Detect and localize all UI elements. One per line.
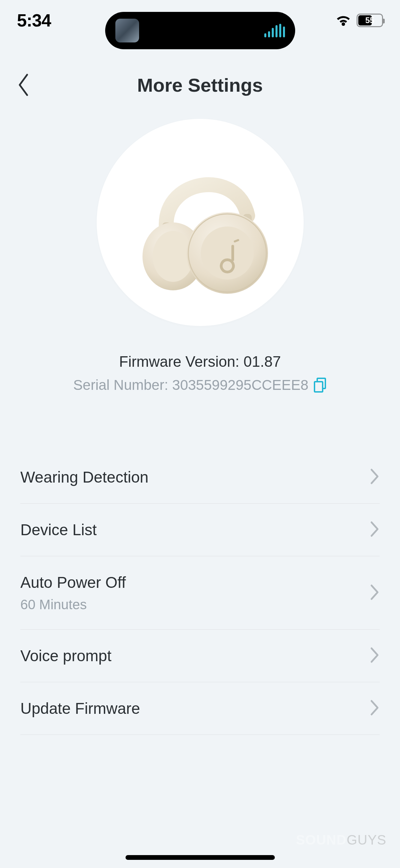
chevron-right-icon bbox=[370, 468, 380, 486]
settings-item-voice-prompt[interactable]: Voice prompt bbox=[20, 630, 380, 682]
serial-value: 3035599295CCEEE8 bbox=[172, 377, 309, 393]
audio-visualizer-icon bbox=[264, 24, 285, 37]
status-bar: 5:34 55 bbox=[0, 0, 400, 41]
product-section: Firmware Version: 01.87 Serial Number: 3… bbox=[0, 119, 400, 393]
dynamic-island[interactable] bbox=[105, 12, 295, 49]
svg-line-7 bbox=[235, 240, 238, 241]
page-title: More Settings bbox=[137, 74, 263, 96]
settings-item-label: Update Firmware bbox=[20, 699, 140, 718]
headphones-icon bbox=[126, 148, 275, 297]
settings-list: Wearing Detection Device List Auto Power… bbox=[0, 451, 400, 735]
chevron-left-icon bbox=[17, 73, 31, 97]
status-time: 5:34 bbox=[17, 10, 51, 31]
chevron-right-icon bbox=[370, 584, 380, 602]
svg-rect-9 bbox=[315, 382, 323, 392]
settings-item-device-list[interactable]: Device List bbox=[20, 504, 380, 556]
status-right: 55 bbox=[336, 14, 383, 27]
settings-item-wearing-detection[interactable]: Wearing Detection bbox=[20, 451, 380, 504]
product-image bbox=[97, 119, 304, 326]
copy-serial-button[interactable] bbox=[313, 378, 327, 393]
firmware-value: 01.87 bbox=[244, 353, 281, 370]
settings-item-label: Wearing Detection bbox=[20, 468, 149, 486]
now-playing-thumbnail bbox=[115, 19, 139, 42]
wifi-icon bbox=[336, 15, 351, 26]
chevron-right-icon bbox=[370, 700, 380, 717]
firmware-label: Firmware Version: bbox=[119, 353, 244, 370]
battery-icon: 55 bbox=[357, 14, 383, 27]
firmware-version: Firmware Version: 01.87 bbox=[119, 353, 281, 370]
settings-item-label: Device List bbox=[20, 521, 97, 539]
copy-icon bbox=[313, 378, 327, 393]
settings-item-label: Voice prompt bbox=[20, 647, 111, 665]
settings-item-auto-power-off[interactable]: Auto Power Off 60 Minutes bbox=[20, 556, 380, 630]
battery-percent: 55 bbox=[358, 16, 382, 25]
home-indicator[interactable] bbox=[126, 855, 275, 860]
settings-item-sub: 60 Minutes bbox=[20, 597, 126, 612]
settings-item-update-firmware[interactable]: Update Firmware bbox=[20, 682, 380, 735]
serial-label: Serial Number: bbox=[73, 377, 172, 393]
chevron-right-icon bbox=[370, 647, 380, 665]
back-button[interactable] bbox=[14, 71, 34, 98]
nav-header: More Settings bbox=[0, 61, 400, 109]
serial-number-row: Serial Number: 3035599295CCEEE8 bbox=[73, 377, 327, 393]
settings-item-label: Auto Power Off bbox=[20, 573, 126, 592]
watermark: SOUNDGUYS bbox=[296, 832, 386, 848]
chevron-right-icon bbox=[370, 521, 380, 539]
